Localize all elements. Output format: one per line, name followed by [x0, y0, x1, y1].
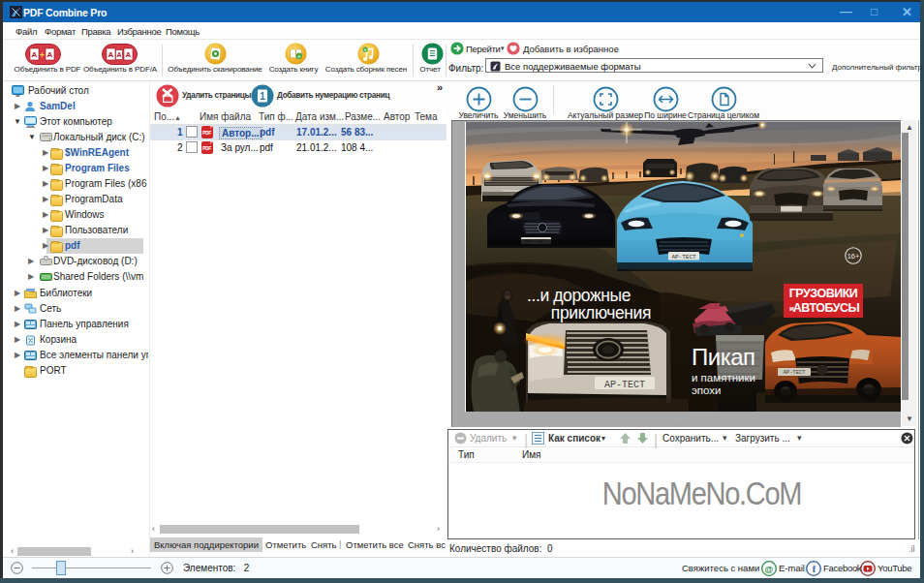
svg-text:АВТОБУСЫ: АВТОБУСЫ: [793, 301, 860, 315]
svg-text:A: A: [116, 51, 121, 58]
svg-text:...и дорожные: ...и дорожные: [527, 286, 631, 305]
svg-text:+: +: [40, 50, 45, 60]
svg-text:A: A: [47, 50, 53, 59]
svg-text:@: @: [765, 565, 774, 574]
svg-text:Пикап: Пикап: [692, 344, 755, 370]
svg-text:и памятники: и памятники: [692, 372, 755, 384]
svg-text:A: A: [126, 50, 132, 59]
svg-text:+: +: [364, 46, 367, 52]
svg-text:эпохи: эпохи: [692, 384, 722, 396]
svg-text:ГРУЗОВИКИ: ГРУЗОВИКИ: [789, 287, 858, 300]
svg-text:+: +: [297, 53, 301, 59]
svg-text:АР-ТЕСТ: АР-ТЕСТ: [671, 254, 696, 261]
svg-text:АР-ТЕСТ: АР-ТЕСТ: [604, 380, 645, 390]
svg-text:16+: 16+: [847, 252, 860, 261]
svg-text:A: A: [108, 50, 114, 59]
svg-text:A: A: [32, 50, 38, 59]
svg-text:f: f: [813, 564, 816, 574]
svg-text:приключения: приключения: [551, 303, 651, 322]
svg-text:АР-ТЕСТ: АР-ТЕСТ: [783, 369, 806, 376]
svg-text:1: 1: [260, 91, 265, 102]
